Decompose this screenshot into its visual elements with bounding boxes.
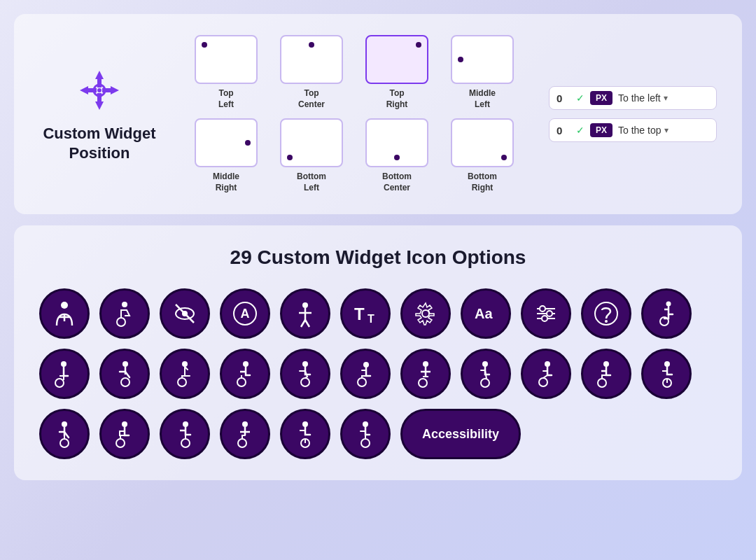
pos-dot-top-right <box>416 42 421 48</box>
icon-font-circle[interactable]: A <box>220 288 270 339</box>
svg-point-42 <box>121 378 130 386</box>
icon-wheelchair-v17[interactable] <box>340 409 391 459</box>
offset-left-row[interactable]: 0 ✓ PX To the left ▾ <box>549 86 717 110</box>
position-bottom-center[interactable]: BottomCenter <box>358 118 435 193</box>
svg-point-34 <box>542 316 547 321</box>
position-middle-right[interactable]: MiddleRight <box>188 118 265 193</box>
icon-wheelchair-v1[interactable] <box>39 349 90 399</box>
position-top-left[interactable]: TopLeft <box>188 35 265 110</box>
icon-person-standing[interactable] <box>280 288 330 339</box>
svg-point-27 <box>422 310 429 317</box>
icon-sliders[interactable] <box>521 288 571 339</box>
icon-wheelchair-v13[interactable] <box>99 409 150 459</box>
position-bottom-right[interactable]: BottomRight <box>444 118 521 193</box>
accessibility-button[interactable]: Accessibility <box>400 409 521 459</box>
svg-point-67 <box>242 421 248 427</box>
pos-label-bottom-left: BottomLeft <box>297 172 326 193</box>
svg-point-48 <box>301 378 309 386</box>
svg-point-54 <box>481 379 489 387</box>
pos-dot-bottom-center <box>394 155 400 160</box>
icon-options-title: 29 Custom Widget Icon Options <box>39 246 717 269</box>
direction-top-label: To the top <box>618 125 662 136</box>
pos-dot-middle-left <box>458 57 463 62</box>
direction-top-select[interactable]: To the top ▾ <box>618 125 668 136</box>
svg-point-20 <box>302 302 308 308</box>
icon-options-card: 29 Custom Widget Icon Options A TT <box>14 225 742 480</box>
icon-wheelchair-v12[interactable] <box>39 409 90 459</box>
position-top-right[interactable]: TopRight <box>358 35 435 110</box>
pos-dot-middle-right <box>245 140 251 146</box>
icon-wheelchair-v5[interactable] <box>280 349 330 399</box>
direction-left-select[interactable]: To the left ▾ <box>618 92 668 104</box>
icon-row-2 <box>39 349 717 399</box>
svg-rect-5 <box>87 88 97 92</box>
icon-wheelchair-v9[interactable] <box>521 349 571 399</box>
svg-point-68 <box>238 439 246 447</box>
widget-position-card: Custom Widget Position TopLeft TopCenter… <box>14 14 742 214</box>
icon-help-circle[interactable] <box>581 288 631 339</box>
position-top-center[interactable]: TopCenter <box>273 35 350 110</box>
pos-box-middle-left <box>451 35 514 84</box>
svg-point-14 <box>117 318 125 326</box>
svg-point-56 <box>539 378 547 386</box>
svg-point-9 <box>97 88 102 92</box>
icon-text-size[interactable]: TT <box>340 288 391 339</box>
offset-left-value: 0 <box>556 92 570 104</box>
icon-row-3: Accessibility <box>39 409 717 459</box>
offset-top-value: 0 <box>556 125 570 136</box>
offset-top-row[interactable]: 0 ✓ PX To the top ▾ <box>549 118 717 142</box>
svg-point-61 <box>62 421 67 427</box>
svg-point-58 <box>598 379 606 387</box>
icon-gear[interactable] <box>400 288 451 339</box>
svg-point-32 <box>547 311 552 316</box>
offset-section: 0 ✓ PX To the left ▾ 0 ✓ PX To the top ▾ <box>549 86 717 142</box>
direction-left-label: To the left <box>618 92 661 104</box>
pos-label-middle-left: MiddleLeft <box>469 88 496 110</box>
pos-label-top-left: TopLeft <box>218 88 234 110</box>
icon-wheelchair-v15[interactable] <box>220 409 270 459</box>
svg-point-30 <box>540 306 545 312</box>
widget-title-section: Custom Widget Position <box>39 65 160 164</box>
svg-point-13 <box>122 302 127 307</box>
icon-person[interactable] <box>39 288 90 339</box>
svg-rect-7 <box>102 88 112 92</box>
pos-label-middle-right: MiddleRight <box>213 172 239 193</box>
position-middle-left[interactable]: MiddleLeft <box>444 35 521 110</box>
pos-label-bottom-center: BottomCenter <box>382 172 412 193</box>
svg-point-72 <box>361 439 370 447</box>
pos-dot-bottom-right <box>501 155 507 160</box>
icon-wheelchair-v8[interactable] <box>461 349 511 399</box>
icon-wheelchair-v6[interactable] <box>340 349 391 399</box>
icon-wheelchair-v14[interactable] <box>160 409 210 459</box>
pos-dot-top-left <box>202 42 207 48</box>
pos-dot-bottom-left <box>287 155 293 160</box>
chevron-top-icon: ▾ <box>664 125 668 135</box>
svg-point-46 <box>237 378 246 386</box>
px-top-badge: PX <box>590 123 612 137</box>
pos-box-middle-right <box>195 118 258 167</box>
svg-point-41 <box>122 361 128 367</box>
icon-wheelchair-basic[interactable] <box>99 288 150 339</box>
icon-wheelchair-v4[interactable] <box>220 349 270 399</box>
move-icon <box>74 65 125 115</box>
icon-wheelchair-v2[interactable] <box>99 349 150 399</box>
position-bottom-left[interactable]: BottomLeft <box>273 118 350 193</box>
icon-wheelchair-seated[interactable] <box>641 288 692 339</box>
icon-eye-slash[interactable] <box>160 288 210 339</box>
icon-wheelchair-v10[interactable] <box>581 349 631 399</box>
icon-row-1: A TT Aa <box>39 288 717 339</box>
svg-point-66 <box>181 439 190 447</box>
svg-point-37 <box>666 302 671 307</box>
svg-rect-3 <box>97 93 102 103</box>
icon-wheelchair-v3[interactable] <box>160 349 210 399</box>
svg-point-64 <box>116 439 125 447</box>
widget-position-title: Custom Widget Position <box>39 124 160 164</box>
svg-line-23 <box>301 320 305 327</box>
icon-wheelchair-v7[interactable] <box>400 349 451 399</box>
icon-font-aa[interactable]: Aa <box>461 288 511 339</box>
svg-text:Aa: Aa <box>475 306 493 321</box>
icon-wheelchair-v11[interactable] <box>641 349 692 399</box>
icon-wheelchair-v16[interactable] <box>280 409 330 459</box>
position-grid: TopLeft TopCenter TopRight MiddleLeft <box>188 35 521 193</box>
svg-point-44 <box>178 378 186 386</box>
